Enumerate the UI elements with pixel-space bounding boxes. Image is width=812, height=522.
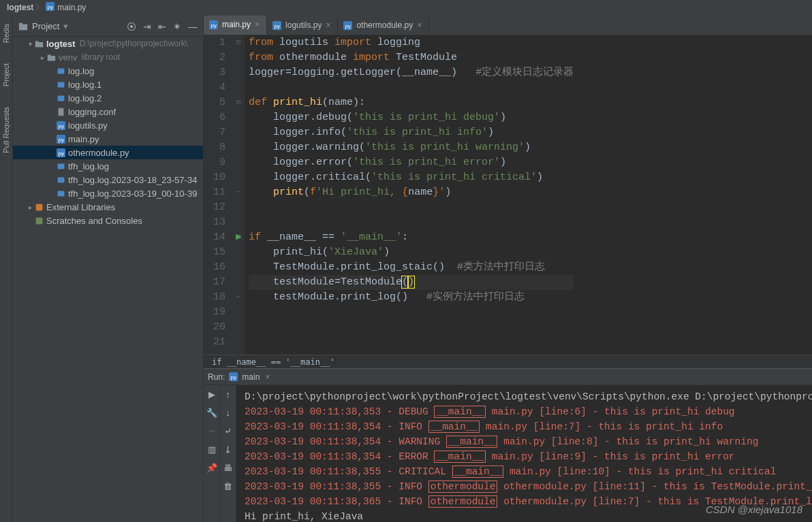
editor-tab[interactable]: pymain.py× xyxy=(204,16,267,35)
code-line[interactable] xyxy=(249,200,574,215)
breadcrumb-bar: logtest 〉 py main.py xyxy=(0,0,812,15)
rail-tab-project[interactable]: Project xyxy=(2,60,10,90)
console-log-line: 2023-03-19 00:11:38,355 - CRITICAL __mai… xyxy=(245,464,804,479)
tree-item[interactable]: logging.conf xyxy=(13,105,203,118)
code-line[interactable]: logger.warning('this is print_hi warning… xyxy=(249,140,574,155)
svg-rect-5 xyxy=(35,41,39,42)
close-icon[interactable]: × xyxy=(265,372,270,382)
scroll-to-end-icon[interactable]: ⤓ xyxy=(224,444,232,455)
tree-scratches[interactable]: Scratches and Consoles xyxy=(13,214,203,227)
editor-tab[interactable]: pylogutils.py× xyxy=(267,16,338,35)
chevron-right-icon: 〉 xyxy=(35,2,44,14)
rail-tab-redis[interactable]: Redis xyxy=(2,20,10,46)
code-line[interactable]: testModule=TestModule() xyxy=(249,275,574,290)
code-line[interactable] xyxy=(249,320,574,335)
tree-item[interactable]: tfh_log.log xyxy=(13,159,203,173)
tree-item[interactable]: pylogutils.py xyxy=(13,118,203,132)
chevron-down-icon[interactable]: ▾ xyxy=(63,21,68,31)
tree-venv[interactable]: ▸venvlibrary root xyxy=(13,50,203,64)
code-line[interactable] xyxy=(249,215,574,230)
watermark-text: CSDN @xiejava1018 xyxy=(706,504,802,515)
svg-text:py: py xyxy=(274,22,281,29)
tree-item[interactable]: log.log.2 xyxy=(13,91,203,105)
code-line[interactable]: if __name__ == '__main__': xyxy=(249,230,574,245)
svg-rect-21 xyxy=(58,191,65,196)
expand-all-icon[interactable]: ⇥ xyxy=(143,21,151,32)
close-icon[interactable]: × xyxy=(417,20,422,30)
code-line[interactable]: print_hi('XieJava') xyxy=(249,245,574,260)
print-icon[interactable]: 🖶 xyxy=(223,463,232,473)
editor-tab[interactable]: pyothermodule.py× xyxy=(338,16,429,35)
run-header: Run: py main × xyxy=(204,369,812,385)
svg-text:py: py xyxy=(48,4,54,10)
code-line[interactable] xyxy=(249,335,574,350)
hide-icon[interactable]: — xyxy=(188,21,198,32)
layout-icon[interactable]: ▥ xyxy=(208,444,216,455)
pin-icon[interactable]: 📌 xyxy=(206,463,217,473)
svg-text:py: py xyxy=(58,123,65,129)
project-tree[interactable]: Project ▾ ⦿ ⇥ ⇤ ✶ — ▾logtestD:\project\p… xyxy=(13,15,204,522)
editor-area: pymain.py×pylogutils.py×pyothermodule.py… xyxy=(204,15,812,522)
tree-root[interactable]: ▾logtestD:\project\pythonproject\work\ xyxy=(13,37,203,50)
tab-label: othermodule.py xyxy=(356,20,413,30)
code-line[interactable]: logger.debug('this is print_hi debug') xyxy=(249,110,574,125)
breadcrumb-project[interactable]: logtest xyxy=(7,3,33,12)
rerun-icon[interactable]: ▶ xyxy=(208,389,215,399)
code-line[interactable]: logger=logging.getLogger(__name__) #定义模块… xyxy=(249,65,574,80)
code-line[interactable]: def print_hi(name): xyxy=(249,95,574,110)
tree-item[interactable]: pyothermodule.py xyxy=(13,146,203,159)
run-vertical-toolbar-2: ↑ ↓ ⤶ ⤓ 🖶 🗑 xyxy=(220,385,236,522)
svg-rect-23 xyxy=(36,217,43,224)
console-log-line: 2023-03-19 00:11:38,353 - DEBUG __main__… xyxy=(245,404,804,419)
svg-text:py: py xyxy=(210,22,217,28)
down-icon[interactable]: ↓ xyxy=(225,408,230,418)
svg-rect-7 xyxy=(48,54,51,56)
close-icon[interactable]: × xyxy=(326,20,330,30)
tree-item[interactable]: log.log.1 xyxy=(13,78,203,91)
tab-label: logutils.py xyxy=(285,20,322,30)
locate-icon[interactable]: ⦿ xyxy=(127,21,136,32)
project-icon xyxy=(18,22,28,31)
svg-rect-11 xyxy=(58,108,63,115)
left-tool-rail: Redis Project Pull Requests xyxy=(0,15,13,522)
divider-icon: ━ xyxy=(209,426,215,436)
rail-tab-pull-requests[interactable]: Pull Requests xyxy=(2,103,10,157)
close-icon[interactable]: × xyxy=(255,20,260,29)
code-line[interactable]: logger.info('this is print_hi info') xyxy=(249,125,574,140)
code-editor[interactable]: 1234567891011121314▶15161718192021 ⊟⊟⌐⊟⌐… xyxy=(204,35,812,355)
up-icon[interactable]: ↑ xyxy=(225,389,230,399)
run-console[interactable]: D:\project\pythonproject\work\pythonProj… xyxy=(236,385,812,522)
tree-item[interactable]: tfh_log.log.2023-03-18_23-57-34 xyxy=(13,173,203,186)
tab-label: main.py xyxy=(222,20,251,29)
code-line[interactable]: testModule.print_log() #实例方法中打印日志 xyxy=(249,290,574,305)
python-file-icon: py xyxy=(46,2,54,13)
console-log-line: 2023-03-19 00:11:38,354 - INFO __main__ … xyxy=(245,419,804,434)
svg-rect-6 xyxy=(48,56,55,61)
collapse-all-icon[interactable]: ⇤ xyxy=(158,21,166,32)
console-command: D:\project\pythonproject\work\pythonProj… xyxy=(245,389,804,404)
softwrap-icon[interactable]: ⤶ xyxy=(224,426,232,436)
svg-rect-22 xyxy=(36,203,43,210)
run-label: Run: xyxy=(208,372,225,382)
code-line[interactable]: from othermodule import TestModule xyxy=(249,50,574,65)
breadcrumb-file[interactable]: main.py xyxy=(57,3,86,12)
code-line[interactable]: TestModule.print_log_staic() #类方法中打印日志 xyxy=(249,260,574,275)
code-line[interactable]: print(f'Hi print_hi, {name}') xyxy=(249,185,574,200)
console-log-line: 2023-03-19 00:11:38,355 - INFO othermodu… xyxy=(245,479,804,494)
run-config-name[interactable]: main xyxy=(242,372,260,382)
code-line[interactable]: from logutils import logging xyxy=(249,35,574,50)
wrench-icon[interactable]: 🔧 xyxy=(206,408,217,418)
code-context-line: if __name__ == '__main__' xyxy=(204,355,812,368)
code-line[interactable]: logger.critical('this is print_hi critic… xyxy=(249,170,574,185)
tree-item[interactable]: pymain.py xyxy=(13,132,203,146)
gear-icon[interactable]: ✶ xyxy=(173,21,181,32)
code-line[interactable] xyxy=(249,80,574,95)
trash-icon[interactable]: 🗑 xyxy=(223,481,232,491)
tree-item[interactable]: tfh_log.log.2023-03-19_00-10-39 xyxy=(13,186,203,200)
fold-column[interactable]: ⊟⊟⌐⊟⌐ xyxy=(232,35,245,355)
svg-text:py: py xyxy=(231,374,238,380)
tree-item[interactable]: log.log xyxy=(13,64,203,78)
code-line[interactable]: logger.error('this is print_hi error') xyxy=(249,155,574,170)
code-line[interactable] xyxy=(249,305,574,320)
tree-ext-libs[interactable]: ▸External Libraries xyxy=(13,200,203,214)
